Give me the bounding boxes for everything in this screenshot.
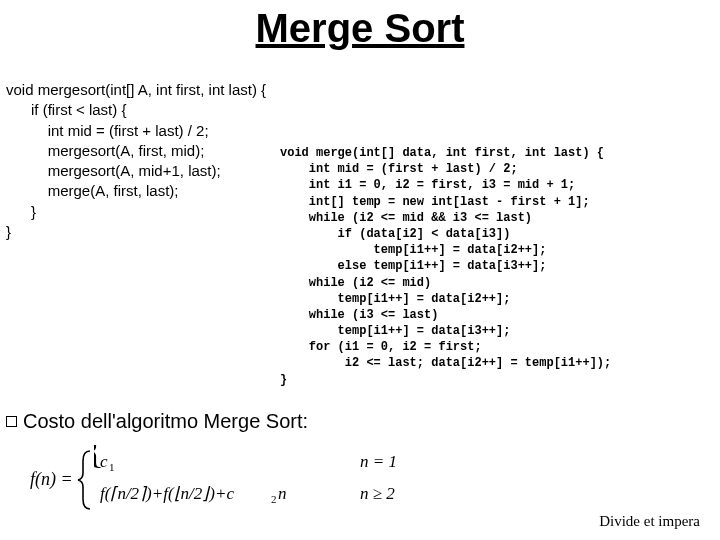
formula-lhs: f(n) = [30, 469, 73, 490]
formula-cond2: n ≥ 2 [360, 484, 395, 503]
formula-case2: f(⌈n/2⌉)+f(⌊n/2⌋)+c [100, 484, 234, 503]
footer-text: Divide et impera [599, 513, 700, 530]
merge-code: void merge(int[] data, int first, int la… [280, 145, 611, 388]
recurrence-formula: f(n) = { c 1 f(⌈n/2⌉)+f(⌊n/2⌋)+c 2 n n =… [30, 445, 450, 519]
formula-case2-n: n [278, 484, 287, 503]
cost-label: Costo dell'algoritmo Merge Sort: [23, 410, 308, 433]
mergesort-code: void mergesort(int[] A, int first, int l… [6, 80, 266, 242]
formula-case1: c [100, 452, 108, 471]
page-title: Merge Sort [0, 6, 720, 51]
formula-case1-sub: 1 [109, 461, 115, 473]
formula-cond1: n = 1 [360, 452, 397, 471]
formula-case2-sub: 2 [271, 493, 277, 505]
square-bullet-icon [6, 416, 17, 427]
cost-row: Costo dell'algoritmo Merge Sort: [6, 410, 308, 433]
